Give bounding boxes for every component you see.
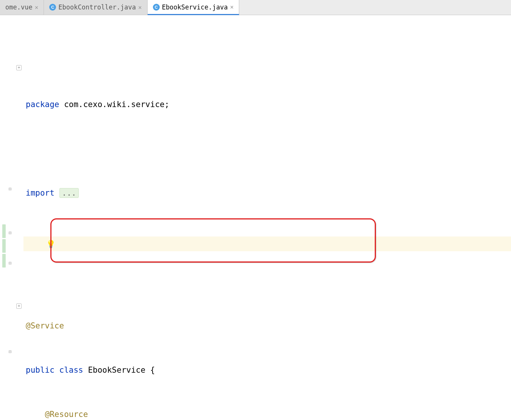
java-class-icon: C (49, 4, 56, 11)
tab-label: EbookController.java (58, 3, 136, 11)
folded-region[interactable]: ... (59, 188, 79, 198)
left-gutter-strip (0, 15, 8, 420)
annotation: @Resource (45, 410, 88, 419)
fold-expand-icon[interactable]: + (16, 303, 22, 309)
annotation: @Service (26, 321, 64, 330)
editor-tabs: ome.vue × C EbookController.java × C Ebo… (0, 0, 511, 15)
class-name: EbookService (88, 366, 145, 375)
code-content[interactable]: 💡 package com.cexo.wiki.service; import … (23, 15, 511, 420)
editor-area[interactable]: + ⊟ ⊟ ⊟ + ⊟ 💡 package com.cexo.wiki.serv… (0, 15, 511, 420)
tab-ome-vue[interactable]: ome.vue × (0, 0, 44, 15)
java-class-icon: C (153, 4, 160, 11)
fold-end-icon[interactable]: ⊟ (9, 260, 12, 266)
keyword: package (26, 100, 59, 109)
gutter: + ⊟ ⊟ ⊟ + ⊟ (8, 15, 23, 420)
close-icon[interactable]: × (230, 3, 234, 11)
tab-ebookcontroller[interactable]: C EbookController.java × (44, 0, 147, 15)
close-icon[interactable]: × (35, 4, 39, 11)
fold-collapse-icon[interactable]: ⊟ (9, 230, 12, 236)
keyword: import (26, 188, 55, 198)
keyword: public (26, 366, 55, 375)
tab-ebookservice[interactable]: C EbookService.java × (148, 0, 240, 15)
code-text: com.cexo.wiki.service; (59, 100, 170, 109)
tab-label: ome.vue (5, 3, 33, 11)
fold-expand-icon[interactable]: + (16, 65, 22, 70)
fold-collapse-icon[interactable]: ⊟ (9, 186, 12, 192)
close-icon[interactable]: × (138, 4, 142, 11)
keyword: class (59, 366, 83, 375)
fold-end-icon[interactable]: ⊟ (9, 349, 12, 355)
tab-label: EbookService.java (162, 3, 228, 11)
